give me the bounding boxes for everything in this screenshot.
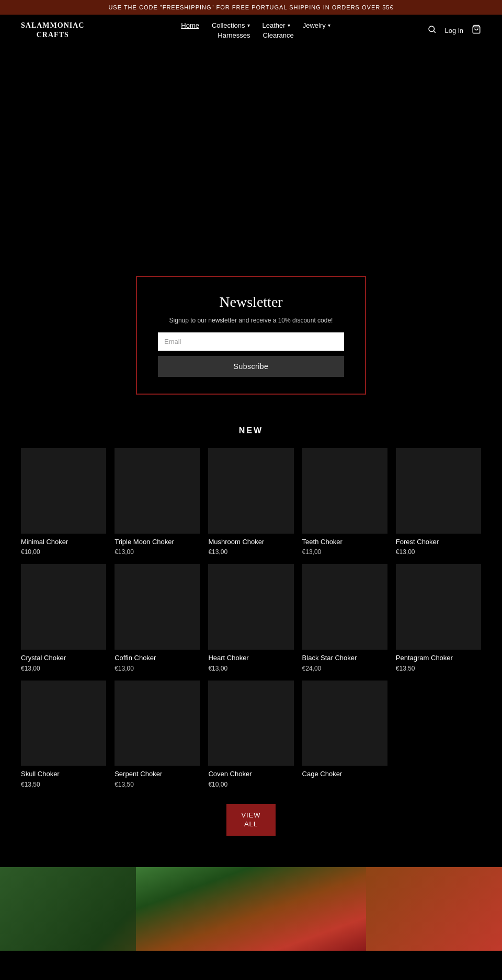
nav-home[interactable]: Home [181, 21, 199, 29]
product-image [208, 564, 293, 649]
new-section: NEW Minimal Choker€10,00Triple Moon Chok… [0, 416, 502, 867]
email-input[interactable] [158, 332, 344, 351]
product-card[interactable]: Crystal Choker€13,00 [21, 564, 106, 672]
product-card[interactable]: Triple Moon Choker€13,00 [115, 448, 200, 556]
product-price: €24,00 [302, 665, 387, 672]
product-price: €13,00 [208, 665, 293, 672]
product-image [115, 564, 200, 649]
newsletter-section: Newsletter Signup to our newsletter and … [0, 266, 502, 416]
collections-chevron-icon: ▾ [247, 22, 250, 28]
login-link[interactable]: Log in [445, 27, 463, 34]
product-name: Serpent Choker [115, 770, 200, 779]
product-image [208, 681, 293, 766]
product-name: Heart Choker [208, 654, 293, 663]
product-card[interactable]: Black Star Choker€24,00 [302, 564, 387, 672]
bottom-image-inner [136, 867, 366, 951]
product-card[interactable]: Serpent Choker€13,50 [115, 681, 200, 788]
nav-leather[interactable]: Leather ▾ [263, 21, 290, 29]
product-price: €13,00 [115, 548, 200, 556]
product-price: €13,00 [21, 665, 106, 672]
main-nav: Home Collections ▾ Leather ▾ Jewelry ▾ H… [84, 21, 427, 39]
svg-line-1 [433, 31, 435, 32]
product-image [208, 448, 293, 533]
newsletter-title: Newsletter [158, 294, 344, 310]
product-card[interactable]: Pentagram Choker€13,50 [396, 564, 481, 672]
logo-line2: CRAFTS [21, 30, 84, 40]
jewelry-chevron-icon: ▾ [328, 22, 330, 28]
nav-row-1: Home Collections ▾ Leather ▾ Jewelry ▾ [181, 21, 330, 29]
logo-line1: SALAMMONIAC [21, 21, 84, 30]
product-card[interactable]: Skull Choker€13,50 [21, 681, 106, 788]
product-name: Minimal Choker [21, 538, 106, 547]
products-grid: Minimal Choker€10,00Triple Moon Choker€1… [21, 448, 481, 788]
product-name: Crystal Choker [21, 654, 106, 663]
cart-button[interactable] [472, 25, 481, 37]
product-name: Forest Choker [396, 538, 481, 547]
subscribe-button[interactable]: Subscribe [158, 356, 344, 377]
svg-point-0 [429, 26, 435, 32]
hero-area [0, 46, 502, 266]
product-price: €10,00 [21, 548, 106, 556]
newsletter-box: Newsletter Signup to our newsletter and … [136, 276, 366, 395]
product-price: €13,50 [115, 781, 200, 788]
product-image [21, 448, 106, 533]
product-price: €13,00 [396, 548, 481, 556]
view-all-wrapper: VIEWALL [21, 804, 481, 836]
product-image [302, 681, 387, 766]
product-card[interactable]: Cage Choker [302, 681, 387, 788]
header-icons: Log in [427, 25, 481, 37]
product-card[interactable]: Forest Choker€13,00 [396, 448, 481, 556]
product-name: Triple Moon Choker [115, 538, 200, 547]
product-image [396, 448, 481, 533]
product-card[interactable]: Minimal Choker€10,00 [21, 448, 106, 556]
bottom-image [0, 867, 502, 951]
product-name: Mushroom Choker [208, 538, 293, 547]
search-button[interactable] [427, 25, 437, 37]
product-name: Coven Choker [208, 770, 293, 779]
product-card[interactable]: Heart Choker€13,00 [208, 564, 293, 672]
product-card[interactable]: Coffin Choker€13,00 [115, 564, 200, 672]
product-name: Pentagram Choker [396, 654, 481, 663]
product-name: Black Star Choker [302, 654, 387, 663]
newsletter-subtitle: Signup to our newsletter and receive a 1… [158, 317, 344, 324]
product-image [396, 564, 481, 649]
product-price: €13,00 [115, 665, 200, 672]
product-name: Skull Choker [21, 770, 106, 779]
product-price: €10,00 [208, 781, 293, 788]
new-section-title: NEW [21, 426, 481, 435]
header: SALAMMONIAC CRAFTS Home Collections ▾ Le… [0, 15, 502, 46]
announcement-text: USE THE CODE "FREESHIPPING" FOR FREE POR… [108, 4, 393, 10]
announcement-bar: USE THE CODE "FREESHIPPING" FOR FREE POR… [0, 0, 502, 15]
product-price: €13,00 [302, 548, 387, 556]
view-all-button[interactable]: VIEWALL [226, 804, 275, 836]
product-price: €13,50 [21, 781, 106, 788]
leather-chevron-icon: ▾ [288, 22, 290, 28]
nav-collections[interactable]: Collections ▾ [212, 21, 250, 29]
logo[interactable]: SALAMMONIAC CRAFTS [21, 21, 84, 40]
product-name: Cage Choker [302, 770, 387, 779]
product-price: €13,50 [396, 665, 481, 672]
product-card[interactable]: Mushroom Choker€13,00 [208, 448, 293, 556]
product-image [302, 448, 387, 533]
product-name: Teeth Choker [302, 538, 387, 547]
product-price: €13,00 [208, 548, 293, 556]
product-name: Coffin Choker [115, 654, 200, 663]
product-image [115, 448, 200, 533]
nav-clearance[interactable]: Clearance [263, 31, 293, 39]
product-image [115, 681, 200, 766]
product-image [21, 564, 106, 649]
nav-row-2: Harnesses Clearance [218, 31, 293, 39]
product-card[interactable]: Coven Choker€10,00 [208, 681, 293, 788]
nav-jewelry[interactable]: Jewelry ▾ [303, 21, 330, 29]
nav-harnesses[interactable]: Harnesses [218, 31, 250, 39]
product-image [21, 681, 106, 766]
product-card[interactable]: Teeth Choker€13,00 [302, 448, 387, 556]
product-image [302, 564, 387, 649]
